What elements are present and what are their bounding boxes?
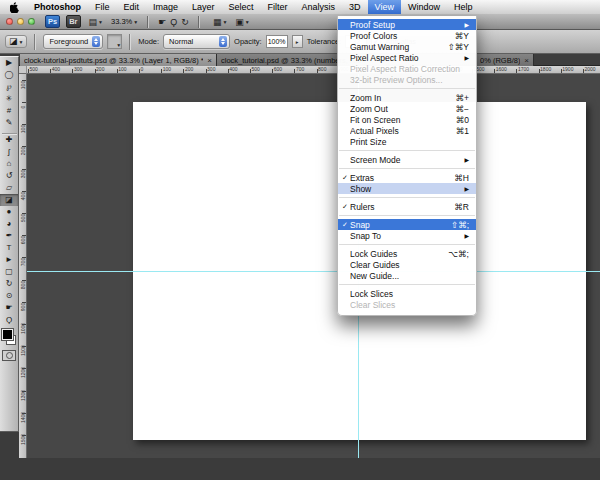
vertical-ruler[interactable]: 1000100200300400500600700800900100011001… [19, 74, 27, 458]
checkmark-icon: ✓ [342, 221, 350, 228]
view-menu-item-pixel-aspect-ratio[interactable]: Pixel Aspect Ratio▶ [338, 52, 476, 63]
type-tool[interactable]: T [0, 242, 18, 254]
ruler-label: 100 [118, 66, 126, 72]
menubar-item-window[interactable]: Window [401, 0, 447, 14]
pen-tool-icon: ✒ [6, 232, 13, 240]
pen-tool[interactable]: ✒ [0, 230, 18, 242]
view-menu-item-rulers[interactable]: ✓Rulers⌘R [338, 201, 476, 212]
view-menu-item-proof-setup[interactable]: Proof Setup▶ [338, 19, 476, 30]
view-menu-item-extras[interactable]: ✓Extras⌘H [338, 172, 476, 183]
menubar-item-image[interactable]: Image [146, 0, 185, 14]
brush-tool[interactable]: ʃ [0, 146, 18, 158]
zoom-window-button[interactable] [28, 18, 35, 25]
photoshop-app-icon: Ps [45, 15, 60, 28]
blur-tool[interactable]: ● [0, 206, 18, 218]
document-tab[interactable]: clock-tutorial-psdtuts.psd @ 33.3% (Laye… [20, 54, 217, 66]
tab-close-icon[interactable]: × [207, 56, 212, 65]
pattern-picker[interactable]: ▼ [107, 34, 122, 49]
ruler-label: 400 [52, 66, 60, 72]
view-menu-item-screen-mode[interactable]: Screen Mode▶ [338, 154, 476, 165]
view-menu-item-clear-guides[interactable]: Clear Guides [338, 259, 476, 270]
shape-tool[interactable]: ▢ [0, 266, 18, 278]
menubar-item-view[interactable]: View [368, 0, 401, 14]
marquee-tool[interactable]: ◯ [0, 69, 18, 81]
crop-tool[interactable]: # [0, 105, 18, 117]
hand-tool-button[interactable]: ☛ [158, 17, 166, 27]
apple-menu[interactable] [0, 0, 27, 14]
document-tab[interactable]: 0% (RGB/8) *× [476, 54, 534, 66]
rotate-view-button[interactable]: ↻ [181, 17, 189, 27]
menu-item-label: Lock Guides [350, 249, 440, 259]
view-menu-item-new-guide[interactable]: New Guide... [338, 270, 476, 281]
clone-stamp-tool-icon: ⌂ [7, 160, 12, 168]
minimize-window-button[interactable] [17, 18, 24, 25]
opacity-slider-arrow-icon[interactable]: ▸ [292, 35, 303, 48]
launch-bridge-button[interactable]: Br [66, 15, 80, 28]
menubar-item-analysis[interactable]: Analysis [295, 0, 343, 14]
menubar-item-file[interactable]: File [88, 0, 117, 14]
tool-preset-picker[interactable]: ◪ ▼ [5, 35, 27, 48]
ruler-label: 700 [20, 257, 26, 267]
menubar-item-3d[interactable]: 3D [342, 0, 368, 14]
view-menu-item-show[interactable]: Show▶ [338, 183, 476, 194]
horizontal-guide[interactable] [27, 271, 600, 272]
menubar-item-filter[interactable]: Filter [261, 0, 295, 14]
move-tool[interactable]: ▶ [0, 57, 18, 69]
paint-bucket-tool[interactable]: ◪ [0, 194, 18, 206]
ruler-label: 800 [318, 66, 326, 72]
arrange-documents-button[interactable]: ▦ ▼ [213, 17, 227, 27]
zoom-level-dropdown[interactable]: 33.3% ▼ [111, 17, 138, 26]
horizontal-ruler[interactable]: 5004003002001000100200300400500600700800… [27, 66, 600, 74]
rotate-3d-tool[interactable]: ↻ [0, 278, 18, 290]
submenu-arrow-icon: ▶ [464, 232, 469, 239]
menubar-item-help[interactable]: Help [447, 0, 480, 14]
view-menu-item-lock-guides[interactable]: Lock Guides⌥⌘; [338, 248, 476, 259]
document-pasteboard[interactable] [27, 74, 600, 458]
screen-mode-button[interactable]: ▣ ▼ [235, 17, 249, 27]
menubar-item-layer[interactable]: Layer [185, 0, 222, 14]
color-swatches[interactable] [1, 328, 17, 346]
dodge-tool[interactable]: ◕ [0, 218, 18, 230]
menubar-item-select[interactable]: Select [222, 0, 261, 14]
view-menu-item-actual-pixels[interactable]: Actual Pixels⌘1 [338, 125, 476, 136]
menubar-item-edit[interactable]: Edit [117, 0, 147, 14]
view-menu-item-snap[interactable]: ✓Snap⇧⌘; [338, 219, 476, 230]
eyedropper-tool[interactable]: ✎ [0, 117, 18, 129]
mode-label: Mode: [138, 37, 159, 46]
foreground-color-swatch[interactable] [2, 329, 13, 340]
lasso-tool[interactable]: ℘ [0, 81, 18, 93]
hand-tool[interactable]: ☛ [0, 302, 18, 314]
eraser-tool[interactable]: ▱ [0, 182, 18, 194]
view-menu-item-snap-to[interactable]: Snap To▶ [338, 230, 476, 241]
quick-selection-tool[interactable]: ✳ [0, 93, 18, 105]
view-menu-item-zoom-in[interactable]: Zoom In⌘+ [338, 92, 476, 103]
view-extras-button[interactable]: ▤ ▼ [89, 17, 103, 27]
zoom-tool-button[interactable]: Ϙ [170, 17, 177, 27]
view-menu-item-gamut-warning[interactable]: Gamut Warning⇧⌘Y [338, 41, 476, 52]
tab-close-icon[interactable]: × [524, 56, 529, 65]
view-menu-item-proof-colors[interactable]: Proof Colors⌘Y [338, 30, 476, 41]
orbit-3d-tool[interactable]: ⊙ [0, 290, 18, 302]
apple-icon [10, 2, 19, 13]
menu-item-label: Actual Pixels [350, 126, 448, 136]
view-menu-item-print-size[interactable]: Print Size [338, 136, 476, 147]
view-menu-item-fit-on-screen[interactable]: Fit on Screen⌘0 [338, 114, 476, 125]
view-menu-item-lock-slices[interactable]: Lock Slices [338, 288, 476, 299]
mode-dropdown[interactable]: Normal [163, 34, 230, 49]
menu-item-label: Pixel Aspect Ratio Correction [350, 64, 469, 74]
path-selection-tool[interactable]: ► [0, 254, 18, 266]
submenu-arrow-icon: ▶ [464, 156, 469, 163]
menubar-item-photoshop[interactable]: Photoshop [27, 0, 88, 14]
opacity-field[interactable]: 100% [266, 35, 288, 48]
healing-brush-tool-icon: ✚ [6, 136, 13, 144]
zoom-tool[interactable]: Ϙ [0, 314, 18, 326]
close-window-button[interactable] [6, 18, 13, 25]
quick-mask-button[interactable] [2, 350, 16, 361]
fill-source-dropdown[interactable]: Foreground [43, 34, 103, 49]
clone-stamp-tool[interactable]: ⌂ [0, 158, 18, 170]
history-brush-tool[interactable]: ↺ [0, 170, 18, 182]
shape-tool-icon: ▢ [5, 268, 13, 276]
view-menu-item-zoom-out[interactable]: Zoom Out⌘− [338, 103, 476, 114]
healing-brush-tool[interactable]: ✚ [0, 134, 18, 146]
zoom-level-value: 33.3% [111, 17, 132, 26]
